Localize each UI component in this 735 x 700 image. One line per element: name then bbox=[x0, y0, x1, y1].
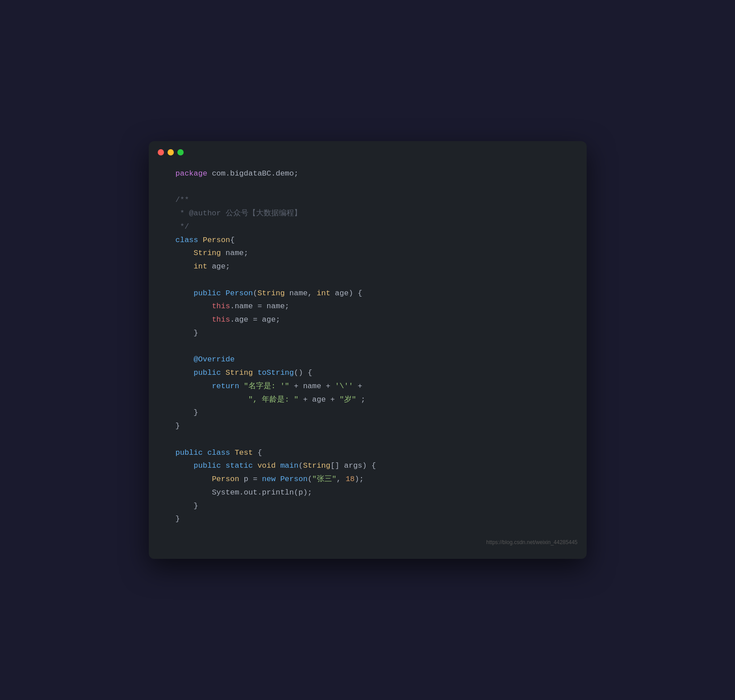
main-sig: public static void main(String[] args) { bbox=[176, 459, 560, 473]
tostring-sig: public String toString() { bbox=[176, 366, 560, 380]
blank4 bbox=[176, 433, 560, 446]
code-window: package com.bigdataBC.demo; /** * @autho… bbox=[149, 141, 587, 559]
dot-yellow[interactable] bbox=[168, 149, 174, 155]
override-anno: @Override bbox=[176, 353, 560, 366]
close-constructor: } bbox=[176, 327, 560, 340]
package-line: package com.bigdataBC.demo; bbox=[176, 167, 560, 180]
code-area: package com.bigdataBC.demo; /** * @autho… bbox=[149, 163, 587, 535]
blank3 bbox=[176, 340, 560, 353]
watermark: https://blog.csdn.net/weixin_44285445 bbox=[149, 535, 587, 545]
dot-green[interactable] bbox=[177, 149, 184, 155]
comment-2: * @author 公众号【大数据编程】 bbox=[176, 207, 560, 220]
close-test: } bbox=[176, 512, 560, 526]
return-line1: return "名字是: '" + name + '\'' + bbox=[176, 380, 560, 393]
field-name: String name; bbox=[176, 247, 560, 260]
this-name: this.name = name; bbox=[176, 300, 560, 313]
title-bar bbox=[149, 141, 587, 163]
class-def: class Person{ bbox=[176, 234, 560, 247]
return-line2: ", 年龄是: " + age + "岁" ; bbox=[176, 393, 560, 407]
field-age: int age; bbox=[176, 260, 560, 273]
public-class-def: public class Test { bbox=[176, 446, 560, 460]
comment-3: */ bbox=[176, 220, 560, 234]
close-main: } bbox=[176, 499, 560, 513]
watermark-text: https://blog.csdn.net/weixin_44285445 bbox=[486, 539, 577, 545]
close-person: } bbox=[176, 419, 560, 433]
blank1 bbox=[176, 180, 560, 194]
close-tostring: } bbox=[176, 406, 560, 419]
person-new: Person p = new Person("张三", 18); bbox=[176, 473, 560, 486]
constructor-sig: public Person(String name, int age) { bbox=[176, 287, 560, 300]
println: System.out.println(p); bbox=[176, 486, 560, 499]
blank2 bbox=[176, 273, 560, 287]
dot-red[interactable] bbox=[158, 149, 164, 155]
this-age: this.age = age; bbox=[176, 313, 560, 327]
comment-1: /** bbox=[176, 193, 560, 207]
